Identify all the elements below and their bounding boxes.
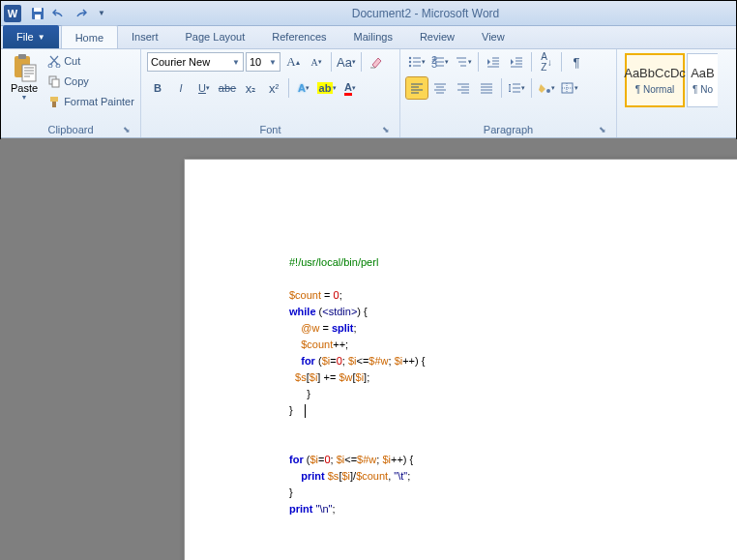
increase-indent-button[interactable] [506,51,527,73]
svg-rect-1 [34,8,42,12]
word-app-icon[interactable]: W [4,5,21,22]
svg-rect-10 [50,97,58,102]
decrease-indent-button[interactable] [483,51,504,73]
font-name-combo[interactable]: Courier New▼ [147,52,244,72]
format-painter-button[interactable]: Format Painter [44,92,138,111]
window-title: Document2 - Microsoft Word [115,7,736,20]
change-case-button[interactable]: Aa▾ [336,51,357,73]
line-spacing-button[interactable]: ▾ [506,77,527,99]
svg-rect-11 [52,102,56,107]
align-right-button[interactable] [453,77,474,99]
borders-button[interactable]: ▾ [559,77,580,99]
tab-references[interactable]: References [258,25,339,48]
tab-insert[interactable]: Insert [118,25,172,48]
align-center-button[interactable] [429,77,451,99]
copy-button[interactable]: Copy [44,72,138,91]
tab-home[interactable]: Home [61,25,118,48]
svg-rect-4 [18,54,26,59]
paragraph-dialog-icon[interactable]: ⬊ [597,124,608,135]
numbering-button[interactable]: 123▾ [429,51,451,73]
tab-review[interactable]: Review [406,25,468,48]
svg-rect-9 [52,79,59,87]
tab-mailings[interactable]: Mailings [340,25,406,48]
bold-button[interactable]: B [147,77,168,99]
svg-point-13 [409,61,411,63]
strikethrough-button[interactable]: abe [217,77,238,99]
shrink-font-button[interactable]: A▾ [306,51,327,73]
tab-page-layout[interactable]: Page Layout [172,25,259,48]
document-area[interactable]: #!/usr/local/bin/perl $count = 0; while … [0,139,737,560]
justify-button[interactable] [476,77,497,99]
style-normal[interactable]: AaBbCcDc ¶ Normal [625,53,685,107]
clipboard-group-label: Clipboard [47,124,93,135]
svg-rect-2 [35,15,41,19]
superscript-button[interactable]: x² [263,77,284,99]
font-group-label: Font [259,124,280,135]
italic-button[interactable]: I [170,77,192,99]
text-cursor [305,404,306,418]
qat-customize-icon[interactable]: ▼ [92,4,111,23]
align-left-button[interactable] [406,77,427,99]
paste-button[interactable]: Paste ▼ [7,51,42,103]
subscript-button[interactable]: x₂ [240,77,261,99]
redo-icon[interactable] [71,4,90,23]
paragraph-group-label: Paragraph [484,124,533,135]
multilevel-button[interactable]: ▾ [453,51,474,73]
clear-formatting-button[interactable] [366,51,387,73]
svg-point-14 [409,65,411,67]
shading-button[interactable]: ▾ [536,77,557,99]
svg-point-12 [409,57,411,59]
show-marks-button[interactable]: ¶ [566,51,587,73]
undo-icon[interactable] [49,4,69,23]
paste-label: Paste [11,82,38,94]
grow-font-button[interactable]: A▴ [282,51,304,73]
underline-button[interactable]: U▾ [193,77,215,99]
highlight-button[interactable]: ab▾ [316,77,338,99]
tab-view[interactable]: View [468,25,518,48]
save-icon[interactable] [28,4,47,23]
font-size-combo[interactable]: 10▼ [246,52,280,72]
font-color-button[interactable]: A▾ [339,77,361,99]
text-effects-button[interactable]: A▾ [293,77,314,99]
sort-button[interactable]: AZ↓ [536,51,557,73]
font-dialog-icon[interactable]: ⬊ [380,124,392,135]
tab-file[interactable]: File▼ [3,25,59,48]
bullets-button[interactable]: ▾ [406,51,427,73]
style-no-spacing[interactable]: AaB ¶ No [687,53,718,107]
styles-group-label [623,133,730,137]
code-content[interactable]: #!/usr/local/bin/perl $count = 0; while … [289,254,737,517]
cut-button[interactable]: Cut [44,51,138,71]
clipboard-dialog-icon[interactable]: ⬊ [121,124,133,135]
svg-point-18 [546,89,550,93]
page[interactable]: #!/usr/local/bin/perl $count = 0; while … [184,159,737,560]
